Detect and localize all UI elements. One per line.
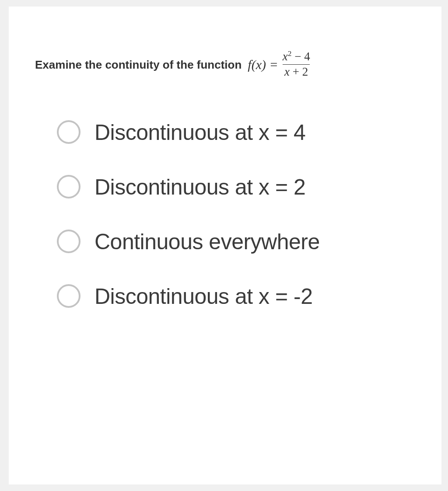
function-lhs: f(x) = [248,57,278,72]
option-label: Continuous everywhere [94,228,320,256]
options-list: Discontinuous at x = 4 Discontinuous at … [35,118,376,311]
radio-icon[interactable] [57,284,80,308]
option-label: Discontinuous at x = 2 [94,173,305,202]
fraction: x2 − 4 x + 2 [281,49,312,78]
option-3[interactable]: Continuous everywhere [57,228,376,256]
radio-icon[interactable] [57,230,80,253]
question-prefix: Examine the continuity of the function [35,58,242,72]
numerator: x2 − 4 [281,49,312,64]
option-4[interactable]: Discontinuous at x = -2 [57,282,376,311]
option-label: Discontinuous at x = -2 [94,282,313,311]
radio-icon[interactable] [57,120,80,144]
option-2[interactable]: Discontinuous at x = 2 [57,173,376,202]
question-card: Examine the continuity of the function f… [9,7,441,484]
denominator: x + 2 [283,64,310,79]
math-expression: f(x) = x2 − 4 x + 2 [248,50,312,79]
question-prompt: Examine the continuity of the function f… [35,50,420,79]
option-label: Discontinuous at x = 4 [94,118,305,147]
option-1[interactable]: Discontinuous at x = 4 [57,118,376,147]
radio-icon[interactable] [57,175,80,198]
